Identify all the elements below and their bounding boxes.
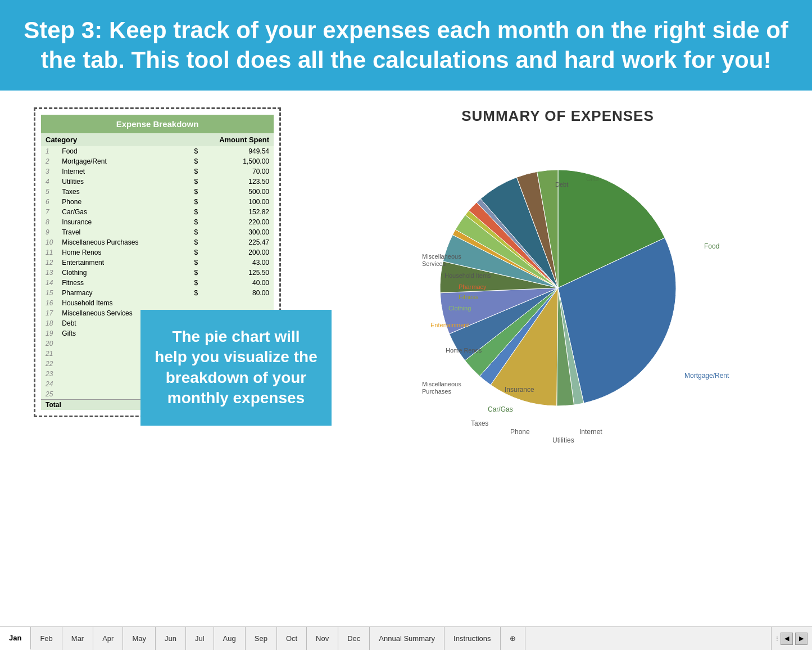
table-row: 10 Miscellaneous Purchases $ 225.47: [41, 237, 274, 247]
pie-chart-svg: Food Mortgage/Rent Internet Utilities Ta…: [384, 136, 732, 451]
tab-jan[interactable]: Jan: [0, 627, 31, 650]
entertainment-label: Entertainment: [430, 322, 469, 328]
col-header-amount: Amount Spent: [189, 133, 274, 146]
tab-controls: ⁝ ◀ ▶: [771, 627, 812, 650]
misc-services-label: Miscellaneous: [422, 253, 461, 260]
misc-purchases-label: Miscellaneous: [422, 381, 461, 387]
fitness-label: Fitness: [459, 294, 479, 300]
tab-apr[interactable]: Apr: [93, 627, 123, 650]
table-title: Expense Breakdown: [41, 115, 274, 133]
table-row: 9 Travel $ 300.00: [41, 227, 274, 237]
tab-may[interactable]: May: [123, 627, 156, 650]
table-row: 15 Pharmacy $ 80.00: [41, 288, 274, 298]
clothing-label: Clothing: [448, 305, 471, 312]
table-row: 4 Utilities $ 123.50: [41, 177, 274, 187]
tab-jun[interactable]: Jun: [156, 627, 186, 650]
food-label: Food: [704, 242, 719, 250]
internet-label: Internet: [579, 428, 602, 436]
table-row: 6 Phone $ 100.00: [41, 197, 274, 207]
tab-aug[interactable]: Aug: [214, 627, 246, 650]
tab-sep[interactable]: Sep: [246, 627, 277, 650]
table-row: 3 Internet $ 70.00: [41, 166, 274, 177]
tab-scroll-left[interactable]: ◀: [781, 633, 793, 645]
svg-text:Services: Services: [422, 260, 446, 267]
header-banner: Step 3: Keep track of your expenses each…: [0, 0, 812, 91]
tab-feb[interactable]: Feb: [31, 627, 62, 650]
header-text: Step 3: Keep track of your expenses each…: [24, 17, 788, 73]
taxes-label: Taxes: [471, 419, 488, 427]
svg-text:Purchases: Purchases: [422, 388, 451, 395]
phone-label: Phone: [510, 428, 530, 436]
tab-bar: Jan Feb Mar Apr May Jun Jul Aug Sep Oct …: [0, 626, 812, 650]
tab-jul[interactable]: Jul: [186, 627, 214, 650]
tooltip-box: The pie chart will help you visualize th…: [140, 310, 332, 426]
table-row: 7 Car/Gas $ 152.82: [41, 207, 274, 217]
insurance-label: Insurance: [505, 386, 534, 394]
table-row: 14 Fitness $ 40.00: [41, 278, 274, 288]
debt-label: Debt: [555, 181, 568, 188]
gifts-label: Gifts: [586, 175, 599, 182]
household-label: Household Items: [444, 272, 491, 279]
pharmacy-label: Pharmacy: [459, 283, 487, 290]
utilities-label: Utilities: [552, 436, 574, 444]
mortgage-label: Mortgage/Rent: [684, 372, 729, 380]
table-row: 5 Taxes $ 500.00: [41, 187, 274, 197]
right-panel: SUMMARY OF EXPENSES Food Mortgage/Rent I…: [292, 107, 801, 621]
table-row: 2 Mortgage/Rent $ 1,500.00: [41, 156, 274, 166]
homerenos-label: Home Renos: [446, 347, 482, 354]
table-row: 13 Clothing $ 125.50: [41, 268, 274, 278]
tab-dec[interactable]: Dec: [338, 627, 370, 650]
tab-add[interactable]: ⊕: [501, 627, 525, 650]
tab-annual-summary[interactable]: Annual Summary: [370, 627, 444, 650]
cargas-label: Car/Gas: [488, 405, 513, 413]
table-row: 1 Food $ 949.54: [41, 146, 274, 156]
table-row: 16 Household Items: [41, 298, 274, 308]
table-row: 12 Entertainment $ 43.00: [41, 258, 274, 268]
col-header-category: Category: [41, 133, 189, 146]
left-panel: Expense Breakdown Category Amount Spent …: [34, 107, 292, 621]
tab-oct[interactable]: Oct: [277, 627, 307, 650]
main-content: Expense Breakdown Category Amount Spent …: [0, 91, 812, 626]
tab-mar[interactable]: Mar: [62, 627, 93, 650]
chart-title: SUMMARY OF EXPENSES: [461, 107, 654, 125]
table-row: 11 Home Renos $ 200.00: [41, 247, 274, 258]
tab-nov[interactable]: Nov: [307, 627, 338, 650]
tooltip-text: The pie chart will help you visualize th…: [155, 328, 317, 407]
tab-instructions[interactable]: Instructions: [444, 627, 500, 650]
tab-separator: ⁝: [776, 635, 778, 643]
table-row: 8 Insurance $ 220.00: [41, 217, 274, 227]
tab-scroll-right[interactable]: ▶: [795, 633, 808, 645]
chart-container: Food Mortgage/Rent Internet Utilities Ta…: [384, 136, 732, 451]
